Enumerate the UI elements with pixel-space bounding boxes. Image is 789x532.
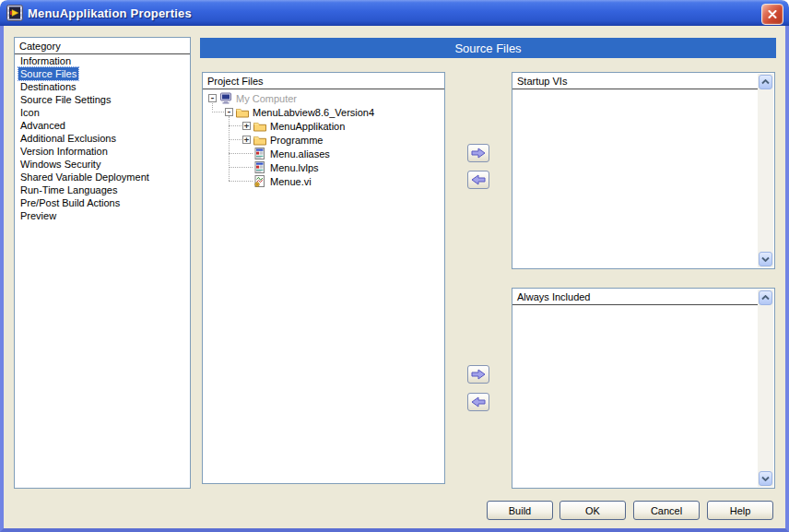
ok-button[interactable]: OK [559,501,626,520]
folder-icon [253,134,266,146]
properties-dialog: MenuApplikation Properties Category Info… [0,0,789,532]
scrollbar-up-button[interactable] [759,290,772,305]
title-bar[interactable]: MenuApplikation Properties [0,0,789,26]
build-button[interactable]: Build [487,501,553,520]
tree-item[interactable]: + Programme [203,133,444,147]
category-item[interactable]: Pre/Post Build Actions [15,196,190,209]
scroll-up-icon [761,295,770,301]
scroll-down-icon [761,256,770,262]
tree-item[interactable]: Menue.vi [203,174,444,188]
vi-file-icon [253,175,266,187]
project-files-header: Project Files [203,73,444,89]
category-item[interactable]: Run-Time Languages [15,183,190,196]
category-item[interactable]: Shared Variable Deployment [15,171,190,183]
always-included-list[interactable] [513,305,758,487]
window-title: MenuApplikation Properties [28,6,192,20]
folder-icon [253,120,266,132]
category-item[interactable]: Information [15,54,190,67]
tree-item[interactable]: Menu.aliases [203,147,444,160]
project-files-tree[interactable]: - My Computer [203,89,444,188]
scroll-up-icon [761,79,770,85]
category-item[interactable]: Source File Settings [15,93,190,106]
tree-expander[interactable]: - [208,94,217,102]
cancel-button[interactable]: Cancel [633,501,700,520]
tree-item[interactable]: - My Computer [203,91,444,105]
add-always-included-button[interactable] [467,365,489,384]
tree-item[interactable]: - MenuLabview8.6_Version4 [203,105,444,119]
startup-vis-list[interactable] [513,89,758,267]
category-panel: Category Information Source Files Destin… [14,37,191,489]
move-left-icon [471,174,486,185]
category-item[interactable]: Version Information [15,145,190,158]
project-files-panel: Project Files - [202,72,445,484]
section-header: Source Files [200,38,776,58]
category-item[interactable]: Preview [15,209,190,222]
category-item[interactable]: Source Files [15,67,190,80]
category-header: Category [15,38,190,54]
always-included-panel: Always Included [512,288,775,489]
move-right-icon [471,148,486,159]
startup-vis-scrollbar[interactable] [758,74,773,267]
move-left-icon [471,396,486,408]
tree-expander[interactable]: + [242,136,251,144]
tree-expander[interactable]: + [242,122,251,130]
config-file-icon [253,161,266,173]
scrollbar-down-button[interactable] [759,471,772,486]
tree-expander[interactable]: - [225,108,233,116]
startup-vis-header: Startup VIs [512,73,758,89]
labview-app-icon [6,5,23,21]
help-button[interactable]: Help [707,501,773,520]
scrollbar-up-button[interactable] [759,75,772,89]
category-item[interactable]: Additional Exclusions [15,132,190,145]
tree-item[interactable]: + MenuApplikation [203,119,444,133]
scroll-down-icon [761,476,770,481]
tree-item[interactable]: Menu.lvlps [203,160,444,174]
folder-icon [236,106,249,118]
close-button[interactable] [761,4,783,25]
always-included-header: Always Included [512,289,758,305]
category-item[interactable]: Icon [15,106,190,119]
category-item[interactable]: Advanced [15,119,190,132]
remove-startup-vi-button[interactable] [467,171,489,189]
remove-always-included-button[interactable] [467,393,489,411]
config-file-icon [253,148,266,160]
close-icon [768,10,777,18]
add-startup-vi-button[interactable] [467,144,489,162]
category-item[interactable]: Windows Security [15,158,190,171]
always-included-scrollbar[interactable] [758,290,773,487]
category-item[interactable]: Destinations [15,80,190,93]
computer-icon [219,92,232,104]
startup-vis-panel: Startup VIs [512,72,775,269]
scrollbar-down-button[interactable] [759,252,772,266]
move-right-icon [471,369,486,380]
category-list: Information Source Files Destinations So… [15,54,190,222]
